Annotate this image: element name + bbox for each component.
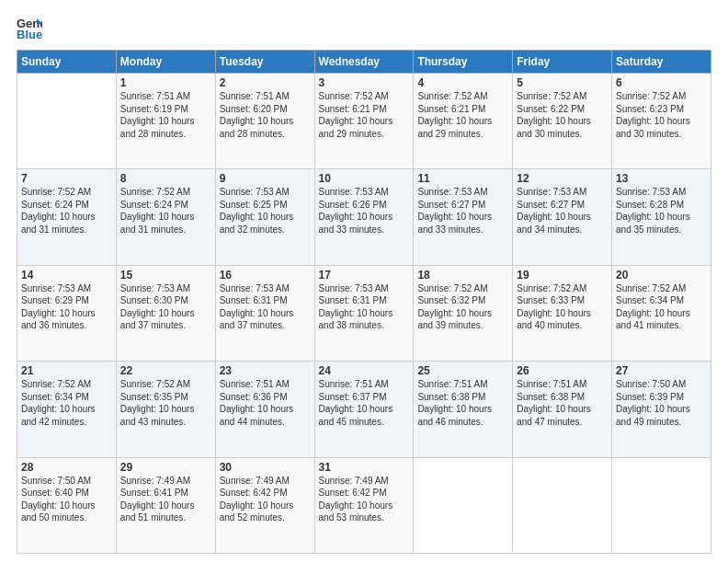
day-cell: 20Sunrise: 7:52 AM Sunset: 6:34 PM Dayli…: [612, 265, 711, 361]
cell-details: Sunrise: 7:53 AM Sunset: 6:27 PM Dayligh…: [517, 186, 608, 236]
calendar-table: SundayMondayTuesdayWednesdayThursdayFrid…: [17, 50, 711, 554]
day-number: 22: [120, 364, 211, 377]
day-cell: 21Sunrise: 7:52 AM Sunset: 6:34 PM Dayli…: [17, 362, 117, 457]
day-cell: 23Sunrise: 7:51 AM Sunset: 6:36 PM Dayli…: [215, 362, 314, 457]
day-number: 19: [517, 269, 608, 282]
cell-details: Sunrise: 7:52 AM Sunset: 6:33 PM Dayligh…: [517, 282, 608, 332]
logo: General Blue: [17, 17, 44, 40]
day-cell: 29Sunrise: 7:49 AM Sunset: 6:41 PM Dayli…: [116, 457, 215, 553]
day-number: 1: [120, 76, 211, 89]
cell-details: Sunrise: 7:53 AM Sunset: 6:28 PM Dayligh…: [616, 186, 707, 236]
day-number: 11: [417, 172, 508, 185]
day-number: 4: [417, 76, 508, 89]
cell-details: Sunrise: 7:53 AM Sunset: 6:29 PM Dayligh…: [21, 282, 112, 332]
day-cell: 17Sunrise: 7:53 AM Sunset: 6:31 PM Dayli…: [314, 265, 414, 361]
weekday-header-sunday: Sunday: [17, 51, 117, 74]
calendar-page: General Blue SundayMondayTuesdayWednesda…: [0, 0, 728, 563]
day-number: 2: [220, 76, 311, 89]
day-cell: 3Sunrise: 7:52 AM Sunset: 6:21 PM Daylig…: [314, 74, 414, 169]
day-cell: 2Sunrise: 7:51 AM Sunset: 6:20 PM Daylig…: [215, 74, 314, 169]
week-row-3: 14Sunrise: 7:53 AM Sunset: 6:29 PM Dayli…: [17, 265, 711, 361]
svg-text:Blue: Blue: [17, 28, 42, 40]
cell-details: Sunrise: 7:53 AM Sunset: 6:31 PM Dayligh…: [220, 282, 311, 332]
weekday-header-friday: Friday: [513, 51, 612, 74]
day-cell: 4Sunrise: 7:52 AM Sunset: 6:21 PM Daylig…: [414, 74, 513, 169]
day-cell: 5Sunrise: 7:52 AM Sunset: 6:22 PM Daylig…: [513, 74, 612, 169]
day-number: 15: [120, 269, 211, 282]
day-cell: 14Sunrise: 7:53 AM Sunset: 6:29 PM Dayli…: [17, 265, 117, 361]
cell-details: Sunrise: 7:51 AM Sunset: 6:38 PM Dayligh…: [417, 378, 508, 428]
day-number: 23: [220, 364, 311, 377]
day-number: 31: [319, 461, 410, 474]
cell-details: Sunrise: 7:51 AM Sunset: 6:38 PM Dayligh…: [517, 378, 608, 428]
cell-details: Sunrise: 7:49 AM Sunset: 6:42 PM Dayligh…: [319, 475, 410, 524]
day-cell: 10Sunrise: 7:53 AM Sunset: 6:26 PM Dayli…: [314, 169, 414, 265]
cell-details: Sunrise: 7:52 AM Sunset: 6:21 PM Dayligh…: [319, 90, 410, 140]
day-number: 25: [417, 364, 508, 377]
day-number: 14: [21, 269, 112, 282]
cell-details: Sunrise: 7:52 AM Sunset: 6:34 PM Dayligh…: [616, 282, 707, 332]
cell-details: Sunrise: 7:52 AM Sunset: 6:23 PM Dayligh…: [616, 90, 707, 140]
day-cell: 28Sunrise: 7:50 AM Sunset: 6:40 PM Dayli…: [17, 457, 117, 553]
day-number: 27: [616, 364, 707, 377]
day-number: 30: [220, 461, 311, 474]
day-number: 29: [120, 461, 211, 474]
week-row-2: 7Sunrise: 7:52 AM Sunset: 6:24 PM Daylig…: [17, 169, 711, 265]
cell-details: Sunrise: 7:51 AM Sunset: 6:37 PM Dayligh…: [319, 378, 410, 428]
day-cell: 22Sunrise: 7:52 AM Sunset: 6:35 PM Dayli…: [116, 362, 215, 457]
header: General Blue: [17, 17, 711, 40]
day-cell: 11Sunrise: 7:53 AM Sunset: 6:27 PM Dayli…: [414, 169, 513, 265]
day-cell: 9Sunrise: 7:53 AM Sunset: 6:25 PM Daylig…: [215, 169, 314, 265]
cell-details: Sunrise: 7:53 AM Sunset: 6:26 PM Dayligh…: [319, 186, 410, 236]
cell-details: Sunrise: 7:53 AM Sunset: 6:25 PM Dayligh…: [220, 186, 311, 236]
day-number: 9: [220, 172, 311, 185]
cell-details: Sunrise: 7:52 AM Sunset: 6:32 PM Dayligh…: [417, 282, 508, 332]
cell-details: Sunrise: 7:50 AM Sunset: 6:40 PM Dayligh…: [21, 475, 112, 524]
day-number: 17: [319, 269, 410, 282]
day-cell: 13Sunrise: 7:53 AM Sunset: 6:28 PM Dayli…: [612, 169, 711, 265]
day-cell: 6Sunrise: 7:52 AM Sunset: 6:23 PM Daylig…: [612, 74, 711, 169]
day-number: 26: [517, 364, 608, 377]
weekday-header-row: SundayMondayTuesdayWednesdayThursdayFrid…: [17, 51, 711, 74]
day-number: 21: [21, 364, 112, 377]
day-cell: 8Sunrise: 7:52 AM Sunset: 6:24 PM Daylig…: [116, 169, 215, 265]
weekday-header-monday: Monday: [116, 51, 215, 74]
day-number: 12: [517, 172, 608, 185]
weekday-header-tuesday: Tuesday: [215, 51, 314, 74]
weekday-header-saturday: Saturday: [612, 51, 711, 74]
cell-details: Sunrise: 7:52 AM Sunset: 6:34 PM Dayligh…: [21, 378, 112, 428]
cell-details: Sunrise: 7:52 AM Sunset: 6:24 PM Dayligh…: [21, 186, 112, 236]
cell-details: Sunrise: 7:53 AM Sunset: 6:31 PM Dayligh…: [319, 282, 410, 332]
day-cell: [612, 457, 711, 553]
day-number: 8: [120, 172, 211, 185]
day-number: 28: [21, 461, 112, 474]
day-cell: 19Sunrise: 7:52 AM Sunset: 6:33 PM Dayli…: [513, 265, 612, 361]
week-row-5: 28Sunrise: 7:50 AM Sunset: 6:40 PM Dayli…: [17, 457, 711, 553]
cell-details: Sunrise: 7:49 AM Sunset: 6:41 PM Dayligh…: [120, 475, 211, 524]
cell-details: Sunrise: 7:52 AM Sunset: 6:21 PM Dayligh…: [417, 90, 508, 140]
day-number: 20: [616, 269, 707, 282]
weekday-header-wednesday: Wednesday: [314, 51, 414, 74]
day-number: 6: [616, 76, 707, 89]
cell-details: Sunrise: 7:49 AM Sunset: 6:42 PM Dayligh…: [220, 475, 311, 524]
day-cell: 18Sunrise: 7:52 AM Sunset: 6:32 PM Dayli…: [414, 265, 513, 361]
day-number: 7: [21, 172, 112, 185]
day-number: 5: [517, 76, 608, 89]
cell-details: Sunrise: 7:51 AM Sunset: 6:20 PM Dayligh…: [220, 90, 311, 140]
day-number: 13: [616, 172, 707, 185]
day-number: 16: [220, 269, 311, 282]
cell-details: Sunrise: 7:52 AM Sunset: 6:22 PM Dayligh…: [517, 90, 608, 140]
day-cell: 7Sunrise: 7:52 AM Sunset: 6:24 PM Daylig…: [17, 169, 117, 265]
day-cell: [17, 74, 117, 169]
day-cell: [414, 457, 513, 553]
day-cell: 27Sunrise: 7:50 AM Sunset: 6:39 PM Dayli…: [612, 362, 711, 457]
cell-details: Sunrise: 7:53 AM Sunset: 6:30 PM Dayligh…: [120, 282, 211, 332]
day-number: 10: [319, 172, 410, 185]
cell-details: Sunrise: 7:53 AM Sunset: 6:27 PM Dayligh…: [417, 186, 508, 236]
cell-details: Sunrise: 7:52 AM Sunset: 6:24 PM Dayligh…: [120, 186, 211, 236]
day-cell: 24Sunrise: 7:51 AM Sunset: 6:37 PM Dayli…: [314, 362, 414, 457]
day-number: 24: [319, 364, 410, 377]
day-cell: 26Sunrise: 7:51 AM Sunset: 6:38 PM Dayli…: [513, 362, 612, 457]
day-number: 3: [319, 76, 410, 89]
day-number: 18: [417, 269, 508, 282]
